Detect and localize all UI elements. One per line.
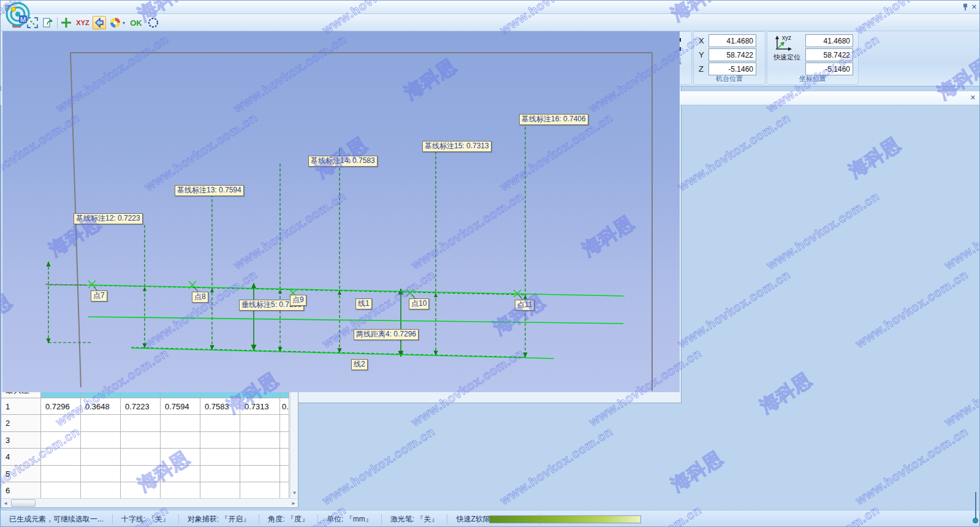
machine-y-value: 58.7422: [708, 48, 756, 61]
measurement-label[interactable]: 线1: [355, 298, 372, 309]
data-cell[interactable]: [280, 432, 289, 449]
crosshair-plus-icon[interactable]: [59, 16, 73, 29]
data-cell[interactable]: [200, 466, 240, 483]
data-cell[interactable]: [280, 415, 289, 432]
data-cell[interactable]: [240, 415, 280, 432]
data-cell[interactable]: [161, 466, 200, 483]
row-header[interactable]: 4: [1, 449, 41, 466]
data-cell[interactable]: [200, 415, 240, 432]
status-item-0: 已生成元素，可继续选取一...: [1, 514, 113, 525]
measurement-canvas[interactable]: 基线标注16: 0.7406基线标注15: 0.7313基线标注14: 0.75…: [1, 31, 680, 392]
measurement-label[interactable]: 基线标注16: 0.7406: [519, 114, 588, 125]
group-label-machine-position: 机台位置: [694, 74, 765, 83]
measurement-label[interactable]: 点10: [409, 298, 429, 309]
capture-view-icon[interactable]: [41, 16, 55, 29]
message-close-icon[interactable]: ✕: [970, 94, 976, 102]
data-cell[interactable]: [41, 415, 81, 432]
data-cell[interactable]: [121, 432, 161, 449]
axis-z-label: Z: [699, 64, 706, 74]
panel-close-icon[interactable]: ✕: [971, 3, 977, 11]
data-cell[interactable]: [161, 432, 200, 449]
group-label-coord-position: 坐标位置: [767, 74, 858, 83]
quick-position-button[interactable]: xyz 快速定位: [773, 34, 800, 62]
data-cell[interactable]: [240, 466, 280, 483]
data-cell[interactable]: [161, 482, 200, 499]
svg-text:xyz: xyz: [782, 34, 791, 41]
data-cell[interactable]: 0.7583: [200, 398, 240, 415]
measurement-label[interactable]: 点8: [192, 292, 208, 303]
measurement-label[interactable]: 点11: [515, 300, 534, 311]
watermark-url: www.hovkox.com.cn: [942, 189, 980, 273]
watermark-url: www.hovkox.com.cn: [853, 268, 971, 351]
data-cell[interactable]: [121, 449, 161, 466]
data-cell[interactable]: [41, 466, 81, 483]
row-header[interactable]: 1: [1, 398, 41, 415]
data-cell[interactable]: [200, 482, 240, 499]
data-cell[interactable]: [81, 482, 121, 499]
data-cell[interactable]: [81, 449, 121, 466]
data-cell[interactable]: 0.7296: [41, 398, 81, 415]
status-item-1: 十字线: 『关』: [113, 514, 179, 525]
watermark-stamp: 海科恩: [666, 445, 727, 498]
color-wheel-icon[interactable]: [108, 16, 122, 29]
data-cell[interactable]: [240, 449, 280, 466]
data-cell[interactable]: [280, 466, 289, 483]
data-cell[interactable]: 0.7313: [240, 398, 280, 415]
graphics-panel-header: 图形 ✕: [1, 1, 979, 14]
data-row: 10.72960.36480.72230.75940.75830.73130.7: [1, 398, 289, 415]
svg-text:M: M: [20, 16, 26, 23]
cancel-circle-icon[interactable]: [146, 16, 160, 29]
data-row: 2: [1, 415, 289, 432]
data-cell[interactable]: [161, 415, 200, 432]
data-cell[interactable]: [240, 482, 280, 499]
row-header[interactable]: 5: [1, 466, 41, 483]
data-cell[interactable]: [41, 449, 81, 466]
measurement-label[interactable]: 基线标注12: 0.7223: [74, 213, 143, 224]
select-arrow-button[interactable]: [93, 16, 106, 29]
data-cell[interactable]: [200, 449, 240, 466]
color-caret-icon[interactable]: ▾: [121, 16, 127, 29]
data-cell[interactable]: 0.3648: [81, 398, 121, 415]
data-cell[interactable]: [121, 482, 161, 499]
ok-button[interactable]: OK: [128, 16, 144, 29]
data-cell[interactable]: [81, 466, 121, 483]
xyz-readout-toggle[interactable]: XYZ: [74, 16, 91, 29]
data-hscrollbar[interactable]: ◄►: [1, 498, 298, 507]
data-cell[interactable]: [41, 482, 81, 499]
data-cell[interactable]: 0.7: [280, 398, 289, 415]
data-cell[interactable]: [121, 415, 161, 432]
watermark-url: www.hovkox.com.cn: [675, 268, 793, 351]
measurement-label[interactable]: 基线标注15: 0.7313: [422, 141, 492, 152]
row-header[interactable]: 2: [1, 415, 41, 432]
data-cell[interactable]: [41, 432, 81, 449]
data-cell[interactable]: [161, 449, 200, 466]
data-cell[interactable]: [200, 432, 240, 449]
pin-icon[interactable]: [963, 4, 968, 11]
axis-y-label: Y: [699, 50, 706, 59]
data-cell[interactable]: [81, 432, 121, 449]
machine-z-value: -5.1460: [708, 63, 756, 75]
data-cell[interactable]: 0.7594: [161, 398, 200, 415]
status-bar: 已生成元素，可继续选取一...十字线: 『关』对象捕获: 『开启』角度: 『度』…: [1, 510, 980, 527]
data-cell[interactable]: [121, 466, 161, 483]
data-cell[interactable]: [81, 415, 121, 432]
row-header[interactable]: 3: [1, 432, 41, 449]
axis-x-label: X: [699, 36, 706, 45]
data-cell[interactable]: 0.7223: [121, 398, 161, 415]
app-logo-icon[interactable]: M: [6, 2, 30, 26]
data-row: 6: [1, 482, 289, 499]
measurement-label[interactable]: 点9: [290, 295, 306, 306]
measurement-label[interactable]: 基线标注13: 0.7594: [175, 185, 244, 196]
group-coordinate-position: xyz 快速定位 41.4680 58.7422 -5.1460 坐标位置: [767, 31, 859, 85]
measurement-label[interactable]: 线2: [351, 359, 368, 370]
data-cell[interactable]: [240, 432, 280, 449]
row-header[interactable]: 6: [1, 482, 41, 499]
status-item-5: 激光笔: 『关』: [382, 514, 448, 525]
coord-y-value: 58.7422: [805, 48, 853, 61]
data-cell[interactable]: [280, 449, 289, 466]
zoom-slider[interactable]: [973, 492, 979, 524]
measurement-label[interactable]: 基线标注14: 0.7583: [308, 156, 378, 167]
measurement-label[interactable]: 点7: [91, 290, 107, 301]
data-cell[interactable]: [280, 482, 289, 499]
measurement-label[interactable]: 两线距离4: 0.7296: [354, 329, 419, 340]
